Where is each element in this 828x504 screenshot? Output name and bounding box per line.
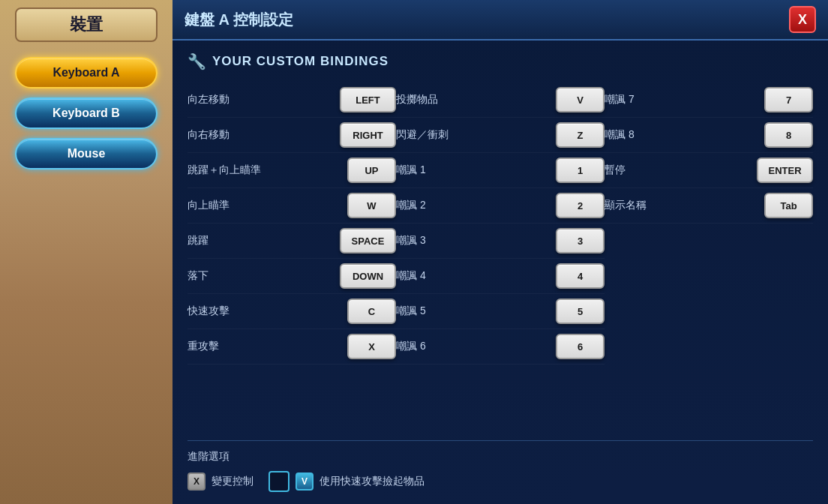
binding-label: 暫停 [604,164,749,177]
binding-key[interactable]: C [347,298,396,324]
binding-column-2: 投擲物品V閃避／衝刺Z嘲諷 11嘲諷 22嘲諷 33嘲諷 44嘲諷 55嘲諷 6… [396,82,604,437]
title-bar: 鍵盤 A 控制設定 X [172,0,828,40]
binding-label: 嘲諷 7 [604,93,757,106]
binding-label: 嘲諷 8 [604,128,757,142]
option-change-control: X 變更控制 [188,472,254,490]
binding-label: 快速攻擊 [188,304,340,318]
table-row: 向左移動LEFT [188,82,396,118]
binding-column-3: 嘲諷 77嘲諷 88暫停ENTER顯示名稱Tab [604,82,813,437]
table-row: 投擲物品V [396,82,604,118]
table-row: 嘲諷 44 [396,259,604,294]
binding-key[interactable]: LEFT [340,87,396,112]
table-row: 顯示名稱Tab [604,188,813,224]
binding-key[interactable]: 1 [556,158,604,183]
binding-label: 嘲諷 4 [396,269,548,283]
option-pickup: V 使用快速攻擊撿起物品 [268,471,424,492]
option-badge-x: X [188,472,206,490]
table-row: 嘲諷 88 [604,118,813,153]
table-row: 嘲諷 22 [396,188,604,224]
option-label-1: 變更控制 [212,475,254,488]
binding-key[interactable]: X [347,334,396,359]
table-row: 閃避／衝刺Z [396,118,604,153]
sidebar-btn-keyboard-b[interactable]: Keyboard B [15,98,158,129]
binding-label: 嘲諷 3 [396,234,548,248]
table-row: 嘲諷 11 [396,153,604,188]
binding-key[interactable]: V [556,87,604,112]
advanced-section: 進階選項 X 變更控制 V 使用快速攻擊撿起物品 [188,440,813,492]
main-panel: 鍵盤 A 控制設定 X 🔧 YOUR CUSTOM BINDINGS 向左移動L… [172,0,828,504]
table-row: 落下DOWN [188,259,396,294]
table-row: 跳躍SPACE [188,224,396,259]
binding-label: 嘲諷 2 [396,199,548,212]
option-label-2: 使用快速攻擊撿起物品 [320,475,424,488]
binding-label: 嘲諷 5 [396,304,548,318]
advanced-options: X 變更控制 V 使用快速攻擊撿起物品 [188,471,813,492]
panel-title: 鍵盤 A 控制設定 [184,10,293,30]
binding-label: 閃避／衝刺 [396,128,548,142]
wrench-icon: 🔧 [188,52,206,70]
binding-key[interactable]: SPACE [340,228,396,254]
sidebar-title: 裝置 [15,8,158,42]
binding-key[interactable]: RIGHT [340,122,396,148]
sidebar-btn-mouse[interactable]: Mouse [15,138,158,170]
advanced-title: 進階選項 [188,450,813,464]
binding-label: 投擲物品 [396,93,548,106]
binding-key[interactable]: 4 [556,263,604,289]
sidebar-btn-keyboard-a[interactable]: Keyboard A [15,57,158,88]
binding-label: 向左移動 [188,93,332,106]
binding-key[interactable]: Z [556,122,604,148]
binding-key[interactable]: 5 [556,298,604,324]
binding-key[interactable]: 8 [764,122,813,148]
binding-key[interactable]: DOWN [340,263,396,289]
binding-key[interactable]: 2 [556,193,604,218]
bindings-grid: 向左移動LEFT向右移動RIGHT跳躍＋向上瞄準UP向上瞄準W跳躍SPACE落下… [188,82,813,437]
binding-key[interactable]: ENTER [757,158,813,183]
table-row: 暫停ENTER [604,153,813,188]
binding-label: 嘲諷 1 [396,164,548,177]
table-row: 跳躍＋向上瞄準UP [188,153,396,188]
close-button[interactable]: X [789,6,816,33]
binding-key[interactable]: 3 [556,228,604,254]
binding-key[interactable]: UP [347,158,396,183]
binding-label: 落下 [188,269,332,283]
binding-label: 向上瞄準 [188,199,340,212]
section-header: 🔧 YOUR CUSTOM BINDINGS [188,52,813,70]
section-title: YOUR CUSTOM BINDINGS [212,54,388,69]
table-row: 向右移動RIGHT [188,118,396,153]
binding-label: 跳躍 [188,234,332,248]
binding-column-1: 向左移動LEFT向右移動RIGHT跳躍＋向上瞄準UP向上瞄準W跳躍SPACE落下… [188,82,396,437]
option-badge-v: V [296,472,314,490]
binding-key[interactable]: 6 [556,334,604,359]
binding-key[interactable]: 7 [764,87,813,112]
sidebar: 裝置 Keyboard A Keyboard B Mouse [0,0,172,504]
binding-key[interactable]: W [347,193,396,218]
table-row: 嘲諷 66 [396,329,604,364]
binding-key[interactable]: Tab [764,193,813,218]
binding-label: 重攻擊 [188,340,340,353]
content-area: 🔧 YOUR CUSTOM BINDINGS 向左移動LEFT向右移動RIGHT… [172,40,828,504]
toggle-pickup[interactable] [268,471,290,492]
binding-label: 顯示名稱 [604,199,757,212]
table-row: 快速攻擊C [188,294,396,329]
table-row: 重攻擊X [188,329,396,364]
table-row: 嘲諷 33 [396,224,604,259]
binding-label: 跳躍＋向上瞄準 [188,164,340,177]
table-row: 嘲諷 55 [396,294,604,329]
table-row: 向上瞄準W [188,188,396,224]
binding-label: 向右移動 [188,128,332,142]
table-row: 嘲諷 77 [604,82,813,118]
binding-label: 嘲諷 6 [396,340,548,353]
